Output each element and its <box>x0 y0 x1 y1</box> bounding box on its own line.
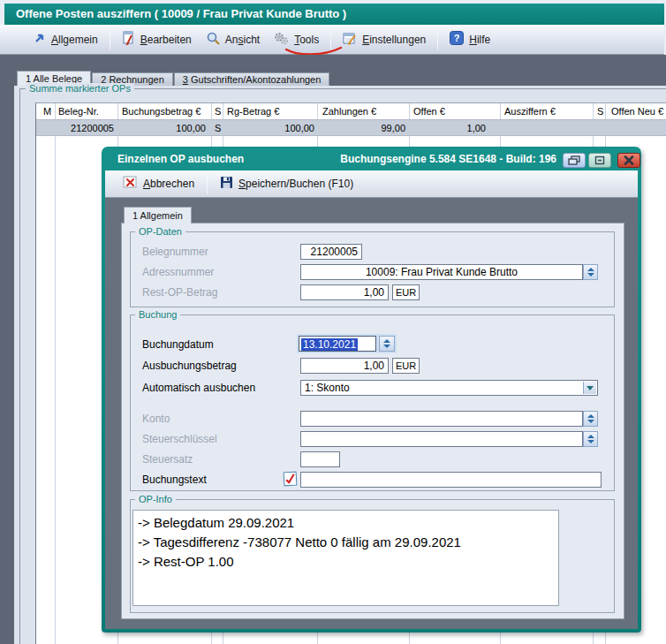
cancel-button[interactable]: Abbrechen <box>116 173 201 194</box>
window-title-bar: Offene Posten ausziffern ( 10009 / Frau … <box>4 4 664 25</box>
group-buchung: Buchung Buchungdatum 13.10.2021 Ausbuchu… <box>130 314 615 491</box>
menu-label: Hilfe <box>469 34 490 46</box>
group-op-daten: OP-Daten Belegnummer 21200005 Adressnumm… <box>130 231 615 307</box>
adressnummer-field[interactable]: 10009: Frau Privat Kunde Brutto <box>300 264 583 280</box>
currency-label: EUR <box>392 284 420 300</box>
adressnummer-label: Adressnummer <box>142 266 214 278</box>
column-header[interactable]: Beleg-Nr. <box>58 103 99 119</box>
column-header[interactable]: Buchungsbetrag € <box>122 103 201 119</box>
maximize-window-button[interactable] <box>588 153 611 168</box>
automatisch-ausbuchen-dropdown[interactable]: 1: Skonto <box>300 380 598 396</box>
edit-icon <box>122 31 135 48</box>
chevron-down-icon[interactable] <box>583 382 596 394</box>
steuersatz-field[interactable] <box>300 451 340 467</box>
buchungstext-field[interactable] <box>300 472 602 488</box>
cell-buchungsbetrag: 100,00 <box>122 120 206 136</box>
rest-op-betrag-label: Rest-OP-Betrag <box>142 286 217 299</box>
menu-label: Bearbeiten <box>140 34 192 46</box>
toolbar-separator <box>207 173 208 194</box>
gears-icon <box>274 32 289 48</box>
buchungdatum-label: Buchungdatum <box>142 338 214 351</box>
menu-label: Ansicht <box>225 34 260 46</box>
cell-zahlungen: 99,00 <box>322 120 405 136</box>
dialog-einzelnen-op-ausbuchen: Einzelnen OP ausbuchen Buchungsengine 5.… <box>102 147 641 633</box>
save-floppy-icon <box>220 176 233 192</box>
konto-spinner[interactable] <box>583 411 598 427</box>
op-info-textarea[interactable]: -> Belegdatum 29.09.2021 -> Tagesdiffere… <box>132 510 559 606</box>
ausbuchungsbetrag-field[interactable]: 1,00 <box>300 358 389 374</box>
dialog-toolbar: Abbrechen Speichern/Buchen (F10) <box>105 170 638 198</box>
steuerschluessel-field[interactable] <box>300 431 583 447</box>
menu-bar: Allgemein Bearbeiten Ansicht Tools <box>0 25 664 55</box>
currency-label: EUR <box>392 358 420 374</box>
cell-s2 <box>597 120 606 136</box>
menu-item-ansicht[interactable]: Ansicht <box>199 28 267 51</box>
buchungstext-label: Buchungstext <box>142 474 207 486</box>
column-header[interactable]: Ausziffern € <box>504 103 556 119</box>
ops-group-label: Summe markierter OPs <box>26 83 134 94</box>
column-header[interactable]: Offen Neu € <box>611 103 663 119</box>
nav-arrow-icon <box>34 32 46 47</box>
restore-window-button[interactable] <box>563 153 586 168</box>
menu-item-bearbeiten[interactable]: Bearbeiten <box>115 27 199 51</box>
cell-s: S <box>215 120 223 136</box>
rest-op-betrag-field[interactable]: 1,00 <box>300 284 389 300</box>
dropdown-value: 1: Skonto <box>305 382 350 394</box>
settings-icon <box>343 32 357 48</box>
menu-label: Tools <box>294 34 319 46</box>
ausbuchungsbetrag-label: Ausbuchungsbetrag <box>142 360 237 372</box>
menu-separator <box>110 30 110 49</box>
dialog-interior: 1 Allgemein OP-Daten Belegnummer 2120000… <box>105 198 638 629</box>
steuersatz-label: Steuersatz <box>142 453 193 466</box>
dialog-tab-allgemein[interactable]: 1 Allgemein <box>124 207 192 224</box>
menu-item-einstellungen[interactable]: Einstellungen <box>336 28 433 51</box>
group-label: OP-Info <box>135 494 176 504</box>
menu-separator <box>330 30 331 49</box>
menu-item-hilfe[interactable]: ? Hilfe <box>443 27 497 51</box>
cell-rg-betrag: 100,00 <box>227 120 314 136</box>
buchungstext-checkbox[interactable] <box>284 472 298 487</box>
menu-item-tools[interactable]: Tools <box>267 28 326 51</box>
dialog-engine-info: Buchungsengine 5.584 SE1648 - Build: 196 <box>340 153 556 165</box>
dialog-tab-page: OP-Daten Belegnummer 21200005 Adressnumm… <box>121 223 624 619</box>
magnifier-icon <box>206 32 220 48</box>
menu-label: Allgemein <box>51 34 98 46</box>
column-header[interactable]: S <box>597 103 603 119</box>
help-icon: ? <box>450 31 464 48</box>
automatisch-ausbuchen-label: Automatisch ausbuchen <box>142 382 255 394</box>
column-header[interactable]: Zahlungen € <box>322 103 376 119</box>
steuerschluessel-spinner[interactable] <box>583 431 598 447</box>
buchungdatum-spinner[interactable] <box>379 336 395 352</box>
cell-ausziffern <box>504 120 588 136</box>
belegnummer-field[interactable]: 21200005 <box>300 244 362 260</box>
tab-gutschriften[interactable]: 3 Gutschriften/Akontozahlungen <box>174 72 330 87</box>
cancel-icon <box>123 176 138 192</box>
menu-label: Einstellungen <box>362 34 426 46</box>
save-button[interactable]: Speichern/Buchen (F10) <box>213 173 360 194</box>
dialog-title: Einzelnen OP ausbuchen <box>117 153 244 165</box>
buchungdatum-field[interactable]: 13.10.2021 <box>299 336 376 352</box>
window-title: Offene Posten ausziffern ( 10009 / Frau … <box>16 7 346 20</box>
konto-label: Konto <box>142 413 170 425</box>
cell-offen-neu <box>611 120 666 136</box>
belegnummer-label: Belegnummer <box>142 246 208 258</box>
column-divider[interactable] <box>55 103 56 644</box>
adressnummer-spinner[interactable] <box>583 264 598 280</box>
column-header[interactable]: S <box>215 103 221 119</box>
column-header[interactable]: Offen € <box>413 103 445 119</box>
cell-offen: 1,00 <box>413 120 486 136</box>
group-label: OP-Daten <box>135 226 185 237</box>
selected-date-text: 13.10.2021 <box>301 338 358 351</box>
table-row-selected[interactable]: 21200005 100,00 S 100,00 99,00 1,00 <box>36 119 666 136</box>
column-header[interactable]: Rg-Betrag € <box>227 103 279 119</box>
menu-separator <box>437 30 438 49</box>
op-info-line: -> Tagesdifferenz -738077 Netto 0 fällig… <box>138 533 558 552</box>
group-label: Buchung <box>135 309 180 320</box>
group-op-info: OP-Info -> Belegdatum 29.09.2021 -> Tage… <box>130 499 615 613</box>
menu-item-allgemein[interactable]: Allgemein <box>26 28 105 50</box>
buchungdatum-control: 13.10.2021 <box>297 334 397 353</box>
op-info-line: -> Belegdatum 29.09.2021 <box>138 513 558 533</box>
column-header[interactable]: M <box>43 103 51 119</box>
konto-field[interactable] <box>300 411 583 427</box>
close-window-button[interactable] <box>617 153 640 168</box>
